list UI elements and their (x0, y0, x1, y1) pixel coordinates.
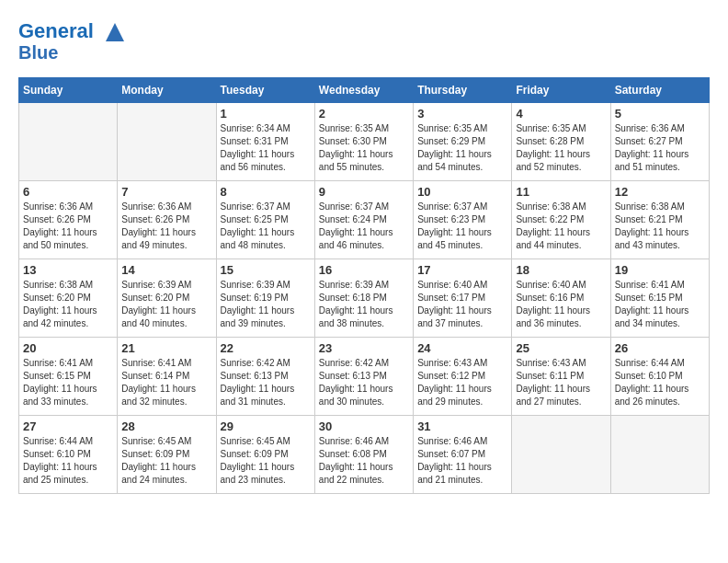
day-number: 8 (221, 185, 311, 199)
day-number: 2 (319, 107, 409, 121)
weekday-header-sunday: Sunday (19, 78, 118, 103)
day-number: 4 (516, 107, 606, 121)
calendar-cell: 22Sunrise: 6:42 AM Sunset: 6:13 PM Dayli… (216, 338, 314, 416)
day-number: 18 (516, 263, 606, 277)
calendar-cell: 19Sunrise: 6:41 AM Sunset: 6:15 PM Dayli… (610, 259, 709, 338)
day-info: Sunrise: 6:39 AM Sunset: 6:19 PM Dayligh… (221, 279, 311, 330)
day-number: 25 (516, 341, 606, 355)
day-info: Sunrise: 6:45 AM Sunset: 6:09 PM Dayligh… (221, 435, 311, 487)
day-info: Sunrise: 6:37 AM Sunset: 6:23 PM Dayligh… (417, 201, 507, 252)
calendar-cell: 13Sunrise: 6:38 AM Sunset: 6:20 PM Dayli… (19, 259, 118, 338)
day-info: Sunrise: 6:38 AM Sunset: 6:21 PM Dayligh… (615, 201, 705, 252)
calendar-cell: 6Sunrise: 6:36 AM Sunset: 6:26 PM Daylig… (19, 181, 118, 259)
day-info: Sunrise: 6:40 AM Sunset: 6:16 PM Dayligh… (516, 279, 606, 330)
day-number: 3 (417, 107, 507, 121)
week-row-1: 1Sunrise: 6:34 AM Sunset: 6:31 PM Daylig… (19, 103, 710, 181)
day-number: 24 (417, 341, 507, 355)
day-info: Sunrise: 6:39 AM Sunset: 6:18 PM Dayligh… (319, 279, 409, 330)
calendar-cell (19, 103, 118, 181)
day-number: 27 (23, 419, 113, 433)
day-number: 15 (221, 263, 311, 277)
day-number: 11 (516, 185, 606, 199)
calendar-cell: 9Sunrise: 6:37 AM Sunset: 6:24 PM Daylig… (314, 181, 413, 259)
calendar-cell: 25Sunrise: 6:43 AM Sunset: 6:11 PM Dayli… (512, 338, 610, 416)
day-number: 22 (221, 341, 311, 355)
calendar-cell: 3Sunrise: 6:35 AM Sunset: 6:29 PM Daylig… (414, 103, 512, 181)
day-number: 9 (319, 185, 409, 199)
day-info: Sunrise: 6:44 AM Sunset: 6:10 PM Dayligh… (615, 357, 705, 408)
day-info: Sunrise: 6:44 AM Sunset: 6:10 PM Dayligh… (23, 435, 113, 487)
week-row-3: 13Sunrise: 6:38 AM Sunset: 6:20 PM Dayli… (19, 259, 710, 338)
calendar-cell: 7Sunrise: 6:36 AM Sunset: 6:26 PM Daylig… (118, 181, 216, 259)
calendar-cell: 28Sunrise: 6:45 AM Sunset: 6:09 PM Dayli… (118, 416, 216, 494)
day-number: 13 (23, 263, 113, 277)
day-info: Sunrise: 6:41 AM Sunset: 6:14 PM Dayligh… (121, 357, 211, 408)
day-info: Sunrise: 6:40 AM Sunset: 6:17 PM Dayligh… (417, 279, 507, 330)
calendar-cell: 14Sunrise: 6:39 AM Sunset: 6:20 PM Dayli… (118, 259, 216, 338)
day-info: Sunrise: 6:45 AM Sunset: 6:09 PM Dayligh… (121, 435, 211, 487)
day-number: 29 (221, 419, 311, 433)
calendar-cell: 12Sunrise: 6:38 AM Sunset: 6:21 PM Dayli… (610, 181, 709, 259)
svg-marker-0 (106, 23, 124, 41)
day-info: Sunrise: 6:36 AM Sunset: 6:26 PM Dayligh… (121, 201, 211, 252)
day-number: 12 (615, 185, 705, 199)
day-number: 5 (615, 107, 705, 121)
week-row-4: 20Sunrise: 6:41 AM Sunset: 6:15 PM Dayli… (19, 338, 710, 416)
day-number: 16 (319, 263, 409, 277)
day-number: 30 (319, 419, 409, 433)
calendar-cell: 8Sunrise: 6:37 AM Sunset: 6:25 PM Daylig… (216, 181, 314, 259)
calendar-cell: 27Sunrise: 6:44 AM Sunset: 6:10 PM Dayli… (19, 416, 118, 494)
page-header: General Blue (18, 18, 710, 63)
day-info: Sunrise: 6:35 AM Sunset: 6:29 PM Dayligh… (417, 122, 507, 174)
day-info: Sunrise: 6:46 AM Sunset: 6:08 PM Dayligh… (319, 435, 409, 487)
calendar-cell: 2Sunrise: 6:35 AM Sunset: 6:30 PM Daylig… (314, 103, 413, 181)
weekday-header-saturday: Saturday (610, 78, 709, 103)
day-info: Sunrise: 6:36 AM Sunset: 6:26 PM Dayligh… (23, 201, 113, 252)
day-info: Sunrise: 6:42 AM Sunset: 6:13 PM Dayligh… (319, 357, 409, 408)
day-info: Sunrise: 6:41 AM Sunset: 6:15 PM Dayligh… (23, 357, 113, 408)
weekday-header-monday: Monday (118, 78, 216, 103)
calendar-cell: 31Sunrise: 6:46 AM Sunset: 6:07 PM Dayli… (414, 416, 512, 494)
calendar-cell: 16Sunrise: 6:39 AM Sunset: 6:18 PM Dayli… (314, 259, 413, 338)
day-number: 31 (417, 419, 507, 433)
calendar-cell (118, 103, 216, 181)
day-info: Sunrise: 6:34 AM Sunset: 6:31 PM Dayligh… (221, 122, 311, 174)
calendar-cell: 11Sunrise: 6:38 AM Sunset: 6:22 PM Dayli… (512, 181, 610, 259)
calendar-cell: 21Sunrise: 6:41 AM Sunset: 6:14 PM Dayli… (118, 338, 216, 416)
calendar-cell: 10Sunrise: 6:37 AM Sunset: 6:23 PM Dayli… (414, 181, 512, 259)
day-info: Sunrise: 6:43 AM Sunset: 6:11 PM Dayligh… (516, 357, 606, 408)
calendar-cell: 5Sunrise: 6:36 AM Sunset: 6:27 PM Daylig… (610, 103, 709, 181)
day-number: 10 (417, 185, 507, 199)
day-number: 28 (121, 419, 211, 433)
day-info: Sunrise: 6:46 AM Sunset: 6:07 PM Dayligh… (417, 435, 507, 487)
day-info: Sunrise: 6:36 AM Sunset: 6:27 PM Dayligh… (615, 122, 705, 174)
weekday-header-tuesday: Tuesday (216, 78, 314, 103)
weekday-header-wednesday: Wednesday (314, 78, 413, 103)
calendar-cell: 29Sunrise: 6:45 AM Sunset: 6:09 PM Dayli… (216, 416, 314, 494)
day-info: Sunrise: 6:42 AM Sunset: 6:13 PM Dayligh… (221, 357, 311, 408)
day-info: Sunrise: 6:38 AM Sunset: 6:22 PM Dayligh… (516, 201, 606, 252)
day-number: 14 (121, 263, 211, 277)
day-info: Sunrise: 6:41 AM Sunset: 6:15 PM Dayligh… (615, 279, 705, 330)
day-info: Sunrise: 6:38 AM Sunset: 6:20 PM Dayligh… (23, 279, 113, 330)
week-row-5: 27Sunrise: 6:44 AM Sunset: 6:10 PM Dayli… (19, 416, 710, 494)
logo: General Blue (18, 18, 129, 63)
calendar-cell: 20Sunrise: 6:41 AM Sunset: 6:15 PM Dayli… (19, 338, 118, 416)
calendar-cell: 4Sunrise: 6:35 AM Sunset: 6:28 PM Daylig… (512, 103, 610, 181)
day-number: 20 (23, 341, 113, 355)
calendar-cell: 17Sunrise: 6:40 AM Sunset: 6:17 PM Dayli… (414, 259, 512, 338)
calendar-cell (610, 416, 709, 494)
day-info: Sunrise: 6:37 AM Sunset: 6:24 PM Dayligh… (319, 201, 409, 252)
day-number: 6 (23, 185, 113, 199)
day-info: Sunrise: 6:39 AM Sunset: 6:20 PM Dayligh… (121, 279, 211, 330)
calendar-header-row: SundayMondayTuesdayWednesdayThursdayFrid… (19, 78, 710, 103)
day-number: 26 (615, 341, 705, 355)
calendar-cell: 15Sunrise: 6:39 AM Sunset: 6:19 PM Dayli… (216, 259, 314, 338)
calendar-cell: 1Sunrise: 6:34 AM Sunset: 6:31 PM Daylig… (216, 103, 314, 181)
calendar-cell: 23Sunrise: 6:42 AM Sunset: 6:13 PM Dayli… (314, 338, 413, 416)
calendar-cell: 24Sunrise: 6:43 AM Sunset: 6:12 PM Dayli… (414, 338, 512, 416)
day-info: Sunrise: 6:43 AM Sunset: 6:12 PM Dayligh… (417, 357, 507, 408)
calendar-cell: 26Sunrise: 6:44 AM Sunset: 6:10 PM Dayli… (610, 338, 709, 416)
calendar-cell (512, 416, 610, 494)
day-info: Sunrise: 6:37 AM Sunset: 6:25 PM Dayligh… (221, 201, 311, 252)
